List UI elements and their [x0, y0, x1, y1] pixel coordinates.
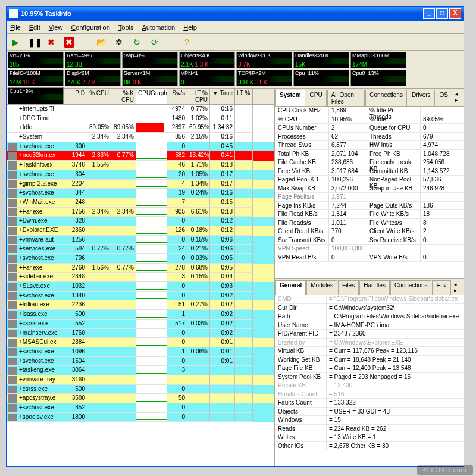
process-row[interactable]: +spoolsv.exe18000 [7, 413, 274, 422]
menu-file[interactable]: File [10, 24, 21, 31]
graph-cell[interactable]: Vrt=23%185 [8, 52, 64, 68]
col-header[interactable]: Sw/s [167, 89, 187, 104]
process-row[interactable]: +TaskInfo.ex37481.55%461.71%0:18 [7, 161, 274, 170]
graph-cell[interactable]: Server<1M0K 0 K [122, 70, 178, 86]
col-header[interactable]: LT % [235, 89, 253, 104]
graph-cell[interactable]: Ram=49%12.3B [65, 52, 121, 68]
sys-row: % CPU10.95%% Idle89.05% [275, 115, 464, 124]
close-button[interactable]: X [449, 8, 461, 19]
process-row[interactable]: +Far.exe27601.56%0.77%2780.68%0:05 [7, 264, 274, 273]
process-row[interactable]: +svchost.exe344190.24%0:16 [7, 189, 274, 198]
pause-icon[interactable]: ❚❚ [28, 37, 39, 48]
col-header[interactable]: % K CPU [111, 89, 136, 104]
process-row[interactable]: +taskeng.exe30643 [7, 366, 274, 375]
col-header[interactable]: LT % CPU [187, 89, 210, 104]
titlebar[interactable]: 10.95% TaskInfo _ □ X [7, 7, 464, 21]
process-row[interactable]: +svchost.exe109610.06%0:01 [7, 347, 274, 357]
process-row[interactable]: +svchost.exe8520 [7, 403, 274, 413]
menu-edit[interactable]: Edit [29, 24, 40, 31]
col-header[interactable]: PID [67, 89, 87, 104]
graph-cell[interactable]: Handles<20 K15K [293, 52, 349, 68]
graph-cell[interactable]: Objects<4 K2.1K 1.3 K [179, 52, 235, 68]
sys-row: Free Virt KB3,917,684Committed KB1,143,5… [275, 167, 464, 176]
refresh-all-icon[interactable]: ⟳ [149, 37, 160, 48]
process-row[interactable]: +Explorer.EXE23601260.18%0:12 [7, 226, 274, 236]
process-row[interactable]: +mainserv.exe176000:02 [7, 329, 274, 339]
process-row[interactable]: +csrss.exe5525170.03%0:02 [7, 320, 274, 329]
tab-cpu[interactable]: CPU [306, 90, 327, 106]
process-row[interactable]: +trillian.exe2236510.27%0:02 [7, 300, 274, 310]
tab-files[interactable]: Files [338, 280, 359, 295]
tab-scroll[interactable]: ◂ ▸ [452, 280, 464, 295]
graph-cell[interactable]: Cpu1=9% [8, 87, 64, 104]
open-icon[interactable]: 📂 [96, 37, 107, 48]
system-info[interactable]: CPU Clock MHz1,869% Idle Pri Threads% CP… [275, 107, 464, 278]
tab-drivers[interactable]: Drivers [408, 90, 435, 106]
graph-cell[interactable]: Cpu=11% [293, 70, 349, 86]
process-row[interactable]: +Far.exe17562.34%2.34%9056.61%0:13 [7, 208, 274, 217]
graph-cell[interactable]: TCP/IP<2M304 K 31 K [236, 70, 292, 86]
minimize-button[interactable]: _ [423, 8, 435, 19]
tab-modules[interactable]: Modules [306, 280, 337, 295]
graph-cell[interactable]: Swp=8% [122, 52, 178, 68]
process-row[interactable]: +apcsystray.e358050 [7, 394, 274, 403]
gen-row: Other IOs= 2,678 Other KB = 30 [275, 442, 464, 451]
tab-env[interactable]: Env [432, 280, 450, 295]
graph-cell[interactable]: Dlspl<2M770K 2.7 K [65, 70, 121, 86]
graph-cell[interactable]: MMapIO<100M174M [350, 52, 406, 68]
stop-icon[interactable]: ✖ [46, 37, 57, 48]
process-row[interactable]: +csrss.exe5000 [7, 385, 274, 394]
tab-connections[interactable]: Connections [365, 90, 407, 106]
process-row[interactable]: +System2.34%2.34%8562.15%0:16 [7, 133, 274, 142]
tab-handles[interactable]: Handles [359, 280, 390, 295]
menu-automation[interactable]: Automation [142, 24, 176, 31]
settings-icon[interactable]: ✲ [114, 37, 124, 48]
tab-os[interactable]: OS [436, 90, 452, 106]
tab-scroll[interactable]: ◂ ▸ [453, 90, 464, 106]
process-row[interactable]: +WinMail.exe24870:15 [7, 198, 274, 208]
col-header[interactable]: ▼ Time [210, 89, 235, 104]
process-row[interactable]: +svchost.exe79600.03%0:05 [7, 254, 274, 264]
process-row[interactable]: +svchost.exe304201.05%0:17 [7, 170, 274, 180]
process-row[interactable]: +svchost.exe150400:01 [7, 357, 274, 367]
process-row[interactable]: +SLsvc.exe103200:03 [7, 282, 274, 292]
tab-all-open-files[interactable]: All Open Files [327, 90, 365, 106]
gen-row: Faults Count= 133,322 [275, 399, 464, 408]
process-row[interactable]: +Idle89.05%89.05%289769.95%1:34:32 [7, 123, 274, 133]
tab-connections[interactable]: Connections [390, 280, 432, 295]
graph-cell[interactable]: VPN<10 [179, 70, 235, 86]
graph-cell[interactable]: Cpu0=13% [350, 70, 406, 86]
process-row[interactable]: +svchost.exe30000:45 [7, 142, 274, 152]
process-row[interactable]: +nod32krn.ex19442.33%0.77%58213.42%0:41 [7, 151, 274, 161]
process-grid-body[interactable]: +Interrupts Ti49740.77%0:15+DPC Time1480… [7, 105, 274, 466]
menu-tools[interactable]: Tools [118, 24, 134, 31]
process-row[interactable]: +MSASCui.ex238400:01 [7, 338, 274, 347]
process-row[interactable]: +lsass.exe60010:02 [7, 310, 274, 320]
process-row[interactable]: +services.exe5840.77%0.77%240.21%0:06 [7, 245, 274, 254]
refresh-icon[interactable]: ↻ [131, 37, 142, 48]
col-header[interactable]: CPUGraph [136, 89, 167, 104]
process-row[interactable]: +vmware-tray3160 [7, 375, 274, 385]
process-row[interactable]: +gimp-2.2.exe220441.34%0:17 [7, 180, 274, 189]
watermark: © LO4D.com [417, 465, 473, 475]
graph-cell[interactable]: Windows<1 K 3.7K [236, 52, 292, 68]
play-icon[interactable]: ▶ [10, 37, 21, 48]
menu-configuration[interactable]: Configuration [71, 24, 109, 31]
tab-general[interactable]: General [275, 280, 306, 295]
process-row[interactable]: +Interrupts Ti49740.77%0:15 [7, 105, 274, 114]
help-icon[interactable]: ? [181, 37, 192, 48]
process-row[interactable]: +DPC Time14801.02%0:11 [7, 114, 274, 124]
app-icon [9, 9, 18, 18]
maximize-button[interactable]: □ [436, 8, 448, 19]
process-row[interactable]: +svchost.exe134000:02 [7, 292, 274, 301]
process-row[interactable]: +vmware-aut125600.15%0:06 [7, 236, 274, 245]
menu-help[interactable]: Help [183, 24, 197, 31]
col-header[interactable]: % CPU [87, 89, 111, 104]
kill-icon[interactable]: ✖ [64, 37, 74, 48]
graph-cell[interactable]: FileIO<100M14M 18 K [8, 70, 64, 86]
menu-view[interactable]: View [49, 24, 63, 31]
tab-system[interactable]: System [275, 90, 305, 106]
general-info[interactable]: CMD= "C:\Program Files\Windows Sidebar\s… [275, 295, 464, 466]
process-row[interactable]: +sidebar.exe234830.15%0:04 [7, 273, 274, 282]
process-row[interactable]: +Dwm.exe32800:12 [7, 217, 274, 226]
